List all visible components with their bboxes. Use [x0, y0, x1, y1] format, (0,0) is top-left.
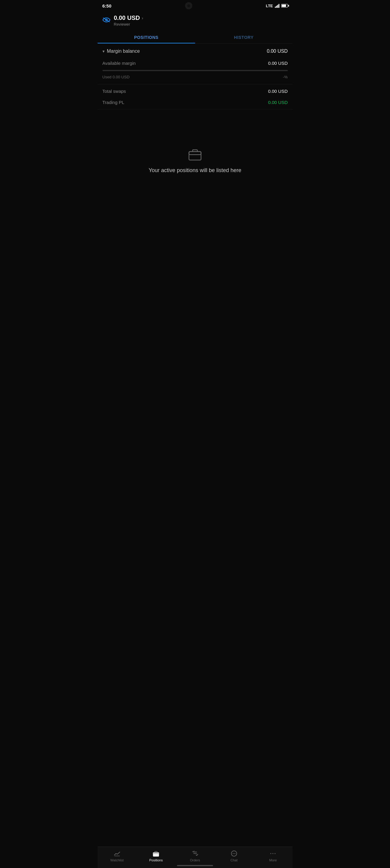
section-divider-2: [98, 109, 293, 110]
available-margin-label: Available margin: [102, 61, 136, 66]
margin-balance-row[interactable]: ▾ Margin balance 0.00 USD: [98, 44, 293, 58]
available-margin-row: Available margin 0.00 USD: [98, 58, 293, 69]
svg-rect-3: [189, 152, 201, 155]
total-swaps-row: Total swaps 0.00 USD: [98, 86, 293, 97]
empty-state-message: Your active positions will be listed her…: [149, 167, 241, 174]
total-swaps-value: 0.00 USD: [268, 89, 288, 94]
balance-arrow: ›: [142, 16, 143, 21]
account-info: 0.00 USD › Reviewer: [114, 14, 143, 27]
available-margin-value: 0.00 USD: [268, 61, 288, 66]
margin-section: ▾ Margin balance 0.00 USD Available marg…: [98, 44, 293, 108]
used-margin-row: Used 0.00 USD -%: [98, 73, 293, 83]
trading-pl-value: 0.00 USD: [268, 100, 288, 105]
network-indicator: LTE: [266, 4, 273, 8]
svg-rect-2: [189, 152, 201, 160]
account-role: Reviewer: [114, 22, 143, 27]
account-header: 0.00 USD › Reviewer: [98, 11, 293, 31]
margin-progress-bar: [102, 70, 288, 71]
tab-positions[interactable]: POSITIONS: [98, 31, 195, 43]
status-right: LTE: [266, 4, 288, 8]
battery-icon: [281, 4, 288, 7]
status-time: 6:50: [102, 3, 112, 8]
total-swaps-label: Total swaps: [102, 89, 126, 94]
trading-pl-row: Trading PL 0.00 USD: [98, 97, 293, 108]
margin-progress-container: [98, 69, 293, 73]
margin-balance-label: Margin balance: [107, 49, 140, 54]
used-margin-percent: -%: [283, 75, 288, 79]
collapse-icon: ▾: [102, 49, 104, 54]
margin-balance-value: 0.00 USD: [267, 49, 288, 54]
signal-icon: [275, 4, 279, 8]
eye-toggle-icon[interactable]: [102, 17, 110, 24]
empty-positions-icon: [188, 147, 202, 161]
camera-indicator: [185, 2, 192, 9]
balance-amount: 0.00 USD: [114, 14, 140, 22]
empty-state: Your active positions will be listed her…: [98, 111, 293, 210]
account-balance[interactable]: 0.00 USD ›: [114, 14, 143, 22]
tabs-container: POSITIONS HISTORY: [98, 31, 293, 44]
tab-history[interactable]: HISTORY: [195, 31, 293, 43]
trading-pl-label: Trading PL: [102, 100, 124, 105]
used-margin-label: Used 0.00 USD: [102, 75, 129, 79]
status-bar: 6:50 LTE: [98, 0, 293, 11]
